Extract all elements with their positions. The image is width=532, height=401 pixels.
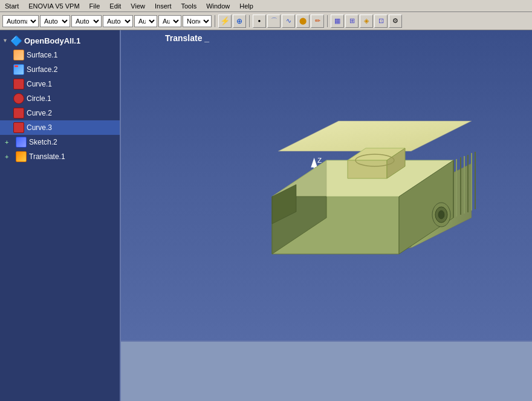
toolbar-btn-settings[interactable]: ⚙: [389, 15, 402, 28]
toolbar-select-none[interactable]: None: [183, 15, 212, 27]
tree-item-curve2[interactable]: Curve.2: [0, 106, 120, 120]
grid-icon: ⊞: [349, 17, 355, 25]
circle-tool-icon: ⬤: [299, 17, 307, 25]
sketch2-icon: [16, 137, 27, 148]
toolbar-separator-3: [327, 15, 328, 27]
menu-help[interactable]: Help: [235, 1, 258, 11]
3d-icon: ◈: [364, 17, 369, 25]
translate-label: Translate _: [165, 33, 209, 43]
tree-item-curve2-label: Curve.2: [27, 109, 52, 117]
tree-item-sketch2[interactable]: + Sketch.2: [0, 135, 120, 149]
tree-item-translate1[interactable]: + Translate.1: [0, 149, 120, 164]
tree-item-circle1[interactable]: Circle.1: [0, 91, 120, 106]
viewport[interactable]: Z Y: [121, 30, 532, 401]
root-expand-icon: ▼: [2, 37, 8, 44]
toolbar-select-automa[interactable]: Automa: [2, 15, 39, 27]
arc-icon: ⌒: [271, 16, 277, 25]
tree-item-circle1-label: Circle.1: [27, 94, 51, 103]
toolbar-btn-magic[interactable]: ⚡: [218, 15, 232, 28]
toolbar-separator-2: [249, 15, 250, 27]
menu-start[interactable]: Start: [0, 1, 24, 11]
toolbar-btn-snap[interactable]: ⊕: [233, 15, 246, 28]
open-body-icon: 🔷: [11, 35, 22, 46]
menu-view[interactable]: View: [126, 1, 150, 11]
snap-icon: ⊕: [236, 17, 242, 25]
toolbar-select-aut2[interactable]: Aut: [158, 15, 181, 27]
tree-item-surface2[interactable]: Surface.2: [0, 62, 120, 77]
toolbar: Automa Auto Auto Auto Aut Aut None ⚡ ⊕ ●…: [0, 12, 532, 30]
status-area: [121, 341, 532, 401]
toolbar-btn-arc[interactable]: ⌒: [267, 15, 281, 28]
svg-marker-11: [278, 121, 472, 151]
surface1-icon: [13, 50, 24, 60]
box-icon: ▦: [334, 17, 340, 25]
toolbar-separator-1: [215, 15, 215, 27]
mesh-icon: ⊡: [378, 17, 384, 25]
sketch2-plus-icon: +: [5, 139, 12, 146]
menu-file[interactable]: File: [85, 1, 105, 11]
svg-point-30: [438, 210, 444, 219]
toolbar-btn-3d[interactable]: ◈: [360, 15, 373, 28]
tree-item-surface2-label: Surface.2: [27, 65, 57, 74]
surface2-icon: [13, 64, 24, 75]
svg-marker-15: [272, 160, 326, 197]
menu-edit[interactable]: Edit: [105, 1, 126, 11]
settings-icon: ⚙: [392, 17, 398, 25]
toolbar-select-auto3[interactable]: Auto: [103, 15, 133, 27]
tree-root-label: OpenBodyAll.1: [24, 36, 80, 45]
tree-item-surface1[interactable]: Surface.1: [0, 48, 120, 62]
toolbar-btn-pencil[interactable]: ✏: [311, 15, 324, 28]
toolbar-select-aut1[interactable]: Aut: [134, 15, 157, 27]
toolbar-btn-wave[interactable]: ∿: [282, 15, 295, 28]
toolbar-btn-box[interactable]: ▦: [331, 15, 344, 28]
tree-item-curve3-label: Curve.3: [27, 123, 52, 132]
menu-insert[interactable]: Insert: [150, 1, 177, 11]
svg-marker-25: [348, 160, 387, 178]
toolbar-select-auto1[interactable]: Auto: [40, 15, 70, 27]
toolbar-btn-circle[interactable]: ⬤: [296, 15, 310, 28]
pencil-icon: ✏: [315, 17, 320, 25]
curve3-icon: [13, 122, 24, 133]
circle1-icon: [13, 93, 24, 104]
tree-item-curve1-label: Curve.1: [27, 80, 52, 88]
menu-bar: Start ENOVIA V5 VPM File Edit View Inser…: [0, 0, 532, 12]
toolbar-btn-mesh[interactable]: ⊡: [374, 15, 388, 28]
tree-panel: ▼ 🔷 OpenBodyAll.1 Surface.1 Surface.2 Cu…: [0, 30, 121, 401]
3d-object: [242, 91, 496, 284]
tree-item-translate1-label: Translate.1: [29, 152, 65, 161]
tree-root[interactable]: ▼ 🔷 OpenBodyAll.1: [0, 33, 120, 48]
toolbar-btn-dot[interactable]: ●: [253, 15, 266, 28]
tree-item-curve1[interactable]: Curve.1: [0, 77, 120, 91]
wave-icon: ∿: [286, 17, 291, 25]
curve1-icon: [13, 79, 24, 90]
toolbar-select-auto2[interactable]: Auto: [71, 15, 102, 27]
menu-window[interactable]: Window: [201, 1, 235, 11]
toolbar-btn-grid[interactable]: ⊞: [345, 15, 358, 28]
tree-item-surface1-label: Surface.1: [27, 51, 57, 59]
tree-item-sketch2-label: Sketch.2: [29, 138, 57, 146]
magic-wand-icon: ⚡: [220, 16, 230, 25]
curve2-icon: [13, 108, 24, 119]
translate1-icon: [16, 151, 27, 162]
dot-icon: ●: [258, 18, 261, 24]
menu-tools[interactable]: Tools: [176, 1, 201, 11]
tree-item-curve3[interactable]: Curve.3: [0, 120, 120, 135]
main-area: ▼ 🔷 OpenBodyAll.1 Surface.1 Surface.2 Cu…: [0, 30, 532, 401]
translate1-plus-icon: +: [5, 153, 12, 160]
menu-enovia[interactable]: ENOVIA V5 VPM: [24, 1, 84, 11]
